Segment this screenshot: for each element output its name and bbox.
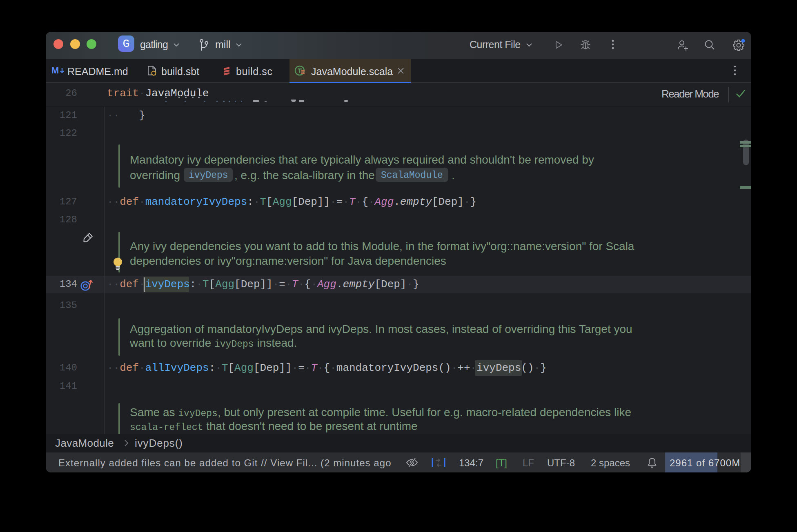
svg-text:M: M [51,65,59,75]
